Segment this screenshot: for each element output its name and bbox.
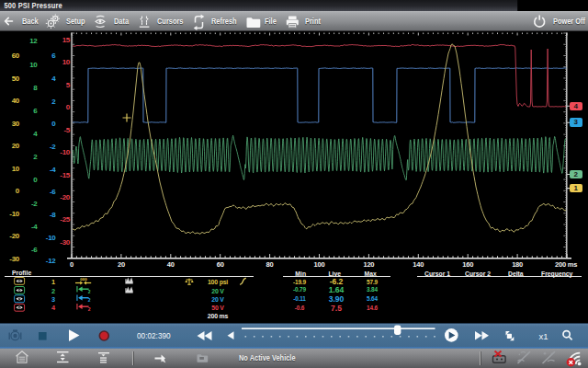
svg-text:2: 2 — [88, 289, 91, 294]
svg-text:000: 000 — [80, 277, 87, 282]
svg-text:2: 2 — [88, 297, 91, 303]
svg-text:2: 2 — [88, 306, 91, 312]
